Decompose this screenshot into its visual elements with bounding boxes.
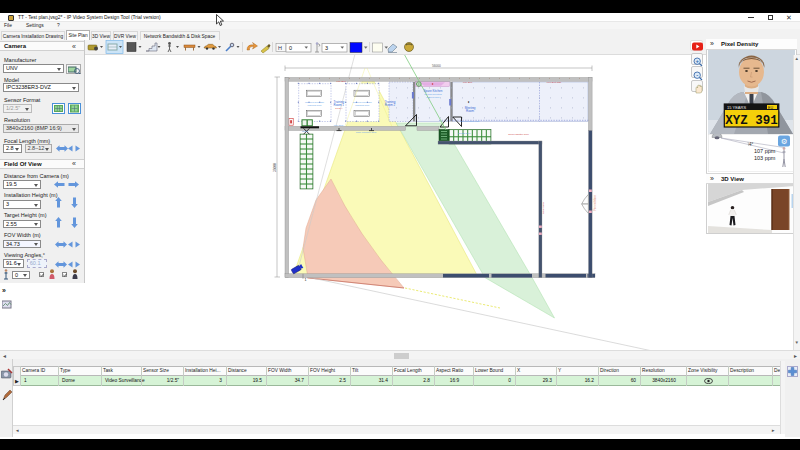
svg-text:required here: required here (355, 104, 370, 107)
svg-text:Roller door: Roller door (542, 202, 545, 214)
svg-text:Fire exit door: Fire exit door (593, 195, 597, 210)
svg-text:4°: 4° (749, 142, 754, 147)
svg-text:XYZ 391: XYZ 391 (725, 114, 778, 128)
svg-text:camera here: camera here (426, 96, 440, 99)
svg-text:Room: Room (466, 109, 475, 113)
svg-text:Main entrance door: Main entrance door (356, 131, 377, 134)
svg-text:56000: 56000 (432, 64, 441, 68)
svg-text:0: 0 (289, 45, 292, 51)
svg-text:Goods area: Goods area (458, 132, 471, 135)
svg-text:1: 1 (305, 278, 307, 282)
svg-text:H: H (278, 45, 282, 51)
svg-text:required here: required here (307, 104, 322, 107)
svg-text:Room 2: Room 2 (385, 103, 396, 107)
svg-text:3: 3 (325, 45, 328, 51)
svg-text:107 ppm: 107 ppm (754, 148, 776, 154)
svg-text:3.0x2.4: 3.0x2.4 (335, 107, 343, 109)
svg-text:+: + (695, 58, 699, 64)
svg-text:103 ppm: 103 ppm (754, 155, 776, 161)
svg-text:Wall mounted cam: Wall mounted cam (460, 120, 480, 123)
svg-text:35000: 35000 (273, 163, 277, 172)
svg-text:Fire Exit: Fire Exit (336, 80, 345, 83)
svg-text:Fire Exit: Fire Exit (463, 81, 472, 84)
svg-text:⚙: ⚙ (781, 137, 788, 146)
svg-text:Stairs: Stairs (302, 130, 309, 133)
svg-text:Spare Kitchen: Spare Kitchen (424, 89, 443, 93)
svg-text:Roller shutter door: Roller shutter door (508, 133, 529, 136)
svg-text:-: - (696, 72, 698, 78)
svg-text:EU: EU (768, 106, 773, 110)
svg-text:Fire Exit sign: Fire Exit sign (547, 81, 562, 84)
svg-text:Fire door: Fire door (334, 124, 344, 127)
svg-text:15 YEARS: 15 YEARS (727, 105, 746, 110)
